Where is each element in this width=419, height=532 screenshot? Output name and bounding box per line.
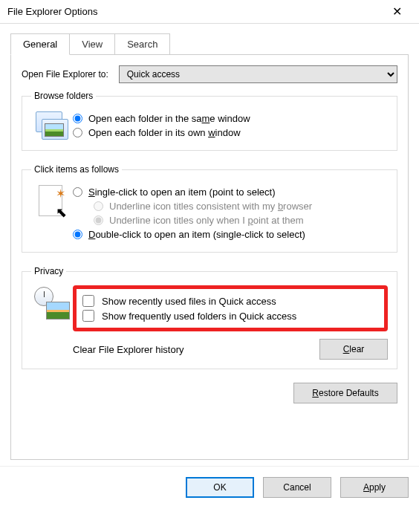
checkbox-show-frequent-folders[interactable]: Show frequently used folders in Quick ac… xyxy=(82,310,378,322)
privacy-legend: Privacy xyxy=(31,266,66,276)
browse-folders-group: Browse folders Open each folder in the s… xyxy=(22,91,397,151)
privacy-group: Privacy Show recently used files in Quic… xyxy=(22,266,397,369)
tab-view[interactable]: View xyxy=(70,33,115,55)
privacy-highlight-box: Show recently used files in Quick access… xyxy=(73,285,388,331)
dialog-footer: OK Cancel Apply xyxy=(0,466,419,508)
privacy-icon xyxy=(31,285,73,319)
ok-button[interactable]: OK xyxy=(186,477,254,498)
click-items-legend: Click items as follows xyxy=(31,164,122,175)
radio-underline-point: Underline icon titles only when I point … xyxy=(94,215,388,226)
click-items-group: Click items as follows ✶ ⬉ Single-click … xyxy=(22,164,397,253)
click-items-icon: ✶ ⬉ xyxy=(31,184,73,221)
clear-history-label: Clear File Explorer history xyxy=(73,344,319,355)
radio-double-click[interactable]: Double-click to open an item (single-cli… xyxy=(73,229,388,240)
browse-folders-legend: Browse folders xyxy=(31,91,96,101)
open-file-explorer-to-row: Open File Explorer to: Quick access xyxy=(22,65,397,83)
checkbox-show-recent-files[interactable]: Show recently used files in Quick access xyxy=(82,295,378,307)
tab-search[interactable]: Search xyxy=(115,33,170,55)
browse-folders-icon xyxy=(31,110,73,141)
clear-button[interactable]: Clear xyxy=(319,339,388,360)
restore-defaults-button[interactable]: Restore Defaults xyxy=(293,383,397,403)
radio-same-window[interactable]: Open each folder in the same window xyxy=(73,113,388,124)
window-title: File Explorer Options xyxy=(7,6,382,17)
tab-strip: General View Search xyxy=(10,33,409,55)
title-bar: File Explorer Options ✕ xyxy=(0,0,419,24)
tab-general[interactable]: General xyxy=(10,33,70,55)
cancel-button[interactable]: Cancel xyxy=(263,477,331,498)
close-icon[interactable]: ✕ xyxy=(382,4,412,19)
tab-panel-general: Open File Explorer to: Quick access Brow… xyxy=(10,54,409,460)
radio-own-window[interactable]: Open each folder in its own window xyxy=(73,127,388,138)
radio-single-click[interactable]: Single-click to open an item (point to s… xyxy=(73,186,388,198)
open-file-explorer-to-combo[interactable]: Quick access xyxy=(119,65,397,83)
radio-underline-browser: Underline icon titles consistent with my… xyxy=(94,201,388,212)
apply-button[interactable]: Apply xyxy=(340,477,409,498)
open-file-explorer-to-label: Open File Explorer to: xyxy=(22,69,108,80)
